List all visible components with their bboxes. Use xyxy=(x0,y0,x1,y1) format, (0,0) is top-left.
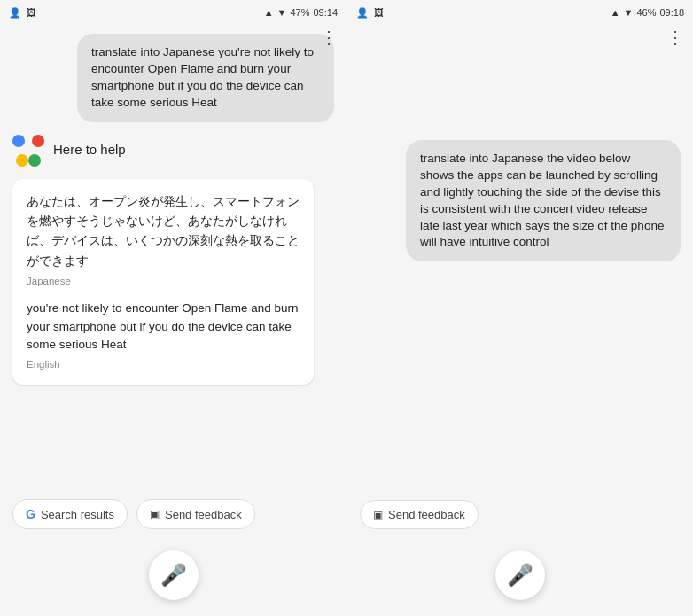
dot-blue xyxy=(12,135,25,147)
left-status-bar: 👤 🖼 ▲ ▼ 47% 09:14 xyxy=(0,0,346,25)
right-user-message: translate into Japanese the video below … xyxy=(406,140,681,261)
left-time: 09:14 xyxy=(313,7,338,18)
left-action-buttons: G Search results ▣ Send feedback xyxy=(0,492,346,542)
dot-red xyxy=(32,135,44,147)
japanese-text: あなたは、オープン炎が発生し、スマートフォンを燃やすそうじゃないけど、あなたがし… xyxy=(27,191,300,271)
right-profile-icon: 👤 xyxy=(356,7,369,19)
right-time: 09:18 xyxy=(659,7,684,18)
english-lang-label: English xyxy=(27,357,300,372)
dot-green xyxy=(28,154,41,167)
translation-card: あなたは、オープン炎が発生し、スマートフォンを燃やすそうじゃないけど、あなたがし… xyxy=(12,179,314,386)
google-assistant-dots xyxy=(12,135,44,167)
right-overflow-menu[interactable]: ⋮ xyxy=(666,28,684,46)
left-feedback-icon: ▣ xyxy=(150,508,160,520)
english-text: you're not likely to encounter Open Flam… xyxy=(27,300,300,354)
left-photo-icon: 🖼 xyxy=(27,7,36,18)
left-wifi-icon: ▲ xyxy=(264,7,274,18)
left-assistant-logo xyxy=(12,135,44,167)
right-feedback-label: Send feedback xyxy=(388,508,465,521)
right-status-right: ▲ ▼ 46% 09:18 xyxy=(611,7,684,18)
left-signal-icon: ▼ xyxy=(277,7,287,18)
left-chat-area: translate into Japanese you're not likel… xyxy=(0,25,346,492)
left-mic-icon: 🎤 xyxy=(160,563,187,588)
google-g-icon: G xyxy=(26,507,35,521)
left-phone-panel: 👤 🖼 ▲ ▼ 47% 09:14 ⋮ translate into Japan… xyxy=(0,0,346,616)
dot-yellow xyxy=(16,154,28,167)
right-send-feedback-button[interactable]: ▣ Send feedback xyxy=(360,500,479,529)
right-phone-panel: 👤 🖼 ▲ ▼ 46% 09:18 ⋮ translate into Japan… xyxy=(346,0,693,616)
left-assistant-row: Here to help xyxy=(12,135,334,167)
here-to-help-label: Here to help xyxy=(53,135,126,157)
right-mic-icon: 🎤 xyxy=(507,563,533,588)
search-results-label: Search results xyxy=(41,508,114,521)
right-mic-area: 🎤 xyxy=(347,542,693,616)
right-mic-button[interactable]: 🎤 xyxy=(495,550,545,600)
left-mic-button[interactable]: 🎤 xyxy=(149,550,199,600)
left-send-feedback-button[interactable]: ▣ Send feedback xyxy=(136,499,255,529)
left-battery: 47% xyxy=(290,7,309,18)
left-feedback-label: Send feedback xyxy=(165,508,242,521)
left-mic-area: 🎤 xyxy=(0,542,346,616)
left-user-message: translate into Japanese you're not likel… xyxy=(77,34,334,122)
right-status-left: 👤 🖼 xyxy=(356,7,384,19)
search-results-button[interactable]: G Search results xyxy=(12,499,128,529)
right-signal-icon: ▼ xyxy=(624,7,634,18)
right-action-buttons: ▣ Send feedback xyxy=(347,493,693,542)
right-battery: 46% xyxy=(636,7,656,18)
right-status-bar: 👤 🖼 ▲ ▼ 46% 09:18 xyxy=(347,0,693,25)
left-profile-icon: 👤 xyxy=(9,7,21,19)
right-chat-area: translate into Japanese the video below … xyxy=(347,25,693,493)
right-wifi-icon: ▲ xyxy=(611,7,620,18)
left-status-right: ▲ ▼ 47% 09:14 xyxy=(264,7,338,18)
left-status-left: 👤 🖼 xyxy=(9,7,36,19)
left-overflow-menu[interactable]: ⋮ xyxy=(320,28,338,46)
right-feedback-icon: ▣ xyxy=(373,509,383,521)
right-photo-icon: 🖼 xyxy=(374,7,384,18)
japanese-lang-label: Japanese xyxy=(27,274,300,289)
